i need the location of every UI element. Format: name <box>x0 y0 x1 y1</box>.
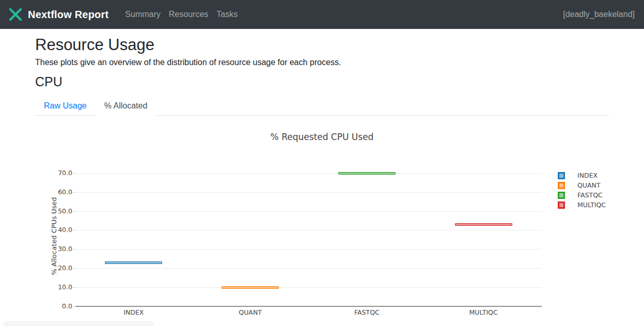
y-tick-mark <box>73 268 75 269</box>
legend-label: INDEX <box>577 172 598 179</box>
y-tick-label: 40.0 <box>41 226 72 234</box>
legend-swatch-icon <box>558 201 565 209</box>
main-content: Resource Usage These plots give an overv… <box>0 36 644 315</box>
run-name: [deadly_baekeland] <box>563 10 636 19</box>
legend-label: MULTIQC <box>577 201 606 209</box>
y-tick-mark <box>73 249 75 250</box>
y-tick-label: 60.0 <box>41 188 72 196</box>
legend-item-index[interactable]: INDEX <box>558 170 606 180</box>
nav-item-summary[interactable]: Summary <box>125 6 164 23</box>
legend-swatch-icon <box>558 192 565 199</box>
legend-item-quant[interactable]: QUANT <box>558 180 606 190</box>
box-trace-index[interactable] <box>105 261 162 264</box>
page-subtitle: These plots give an overview of the dist… <box>35 58 609 67</box>
box-trace-quant[interactable] <box>222 286 279 289</box>
page-title: Resource Usage <box>35 36 609 54</box>
gridline <box>75 268 542 269</box>
gridline <box>75 287 542 288</box>
gridline <box>75 173 542 174</box>
y-tick-mark <box>73 173 75 174</box>
x-tick-label-fastqc: FASTQC <box>315 308 418 316</box>
y-tick-label: 50.0 <box>41 207 72 215</box>
legend-label: QUANT <box>577 181 601 189</box>
legend: INDEXQUANTFASTQCMULTIQC <box>558 170 606 210</box>
plot-area[interactable] <box>75 165 542 306</box>
legend-item-multiqc[interactable]: MULTIQC <box>558 200 606 210</box>
y-tick-label: 30.0 <box>41 245 72 253</box>
navbar-links: Summary Resources Tasks <box>121 6 242 23</box>
brand-title: Nextflow Report <box>28 9 108 21</box>
legend-swatch-icon <box>558 172 565 179</box>
chart-title: % Requested CPU Used <box>35 132 609 142</box>
navbar: Nextflow Report Summary Resources Tasks … <box>0 0 644 29</box>
nextflow-logo-icon <box>8 8 23 21</box>
legend-swatch-icon <box>558 182 565 189</box>
y-tick-label: 70.0 <box>41 169 72 177</box>
y-tick-label: 20.0 <box>41 264 72 272</box>
box-trace-multiqc[interactable] <box>455 223 512 226</box>
y-tick-mark <box>73 192 75 193</box>
y-tick-label: 10.0 <box>41 283 72 291</box>
y-tick-mark <box>73 211 75 212</box>
cpu-allocated-chart: % Requested CPU Used % Allocated CPUs Us… <box>35 116 609 315</box>
y-tick-label: 0.0 <box>41 302 72 310</box>
gridline <box>75 249 542 250</box>
x-axis-line <box>75 306 542 307</box>
x-tick-label-index: INDEX <box>82 308 185 316</box>
nav-item-resources[interactable]: Resources <box>165 6 212 23</box>
y-tick-mark <box>73 306 75 307</box>
navbar-brand[interactable]: Nextflow Report <box>8 8 108 21</box>
gridline <box>75 230 542 230</box>
box-trace-fastqc[interactable] <box>338 172 396 175</box>
y-tick-mark <box>73 230 75 230</box>
nav-item-tasks[interactable]: Tasks <box>212 6 242 23</box>
gridline <box>75 211 542 212</box>
legend-label: FASTQC <box>577 191 603 199</box>
section-title-cpu: CPU <box>35 74 609 89</box>
tab-raw-usage[interactable]: Raw Usage <box>35 96 96 116</box>
gridline <box>75 192 542 193</box>
tab-percent-allocated[interactable]: % Allocated <box>96 96 156 116</box>
cpu-tab-bar: Raw Usage % Allocated <box>35 96 609 116</box>
x-tick-label-quant: QUANT <box>199 308 302 316</box>
y-tick-mark <box>73 287 75 288</box>
x-tick-label-multiqc: MULTIQC <box>432 308 535 316</box>
legend-item-fastqc[interactable]: FASTQC <box>558 190 606 200</box>
partial-bottom-element <box>3 321 154 326</box>
